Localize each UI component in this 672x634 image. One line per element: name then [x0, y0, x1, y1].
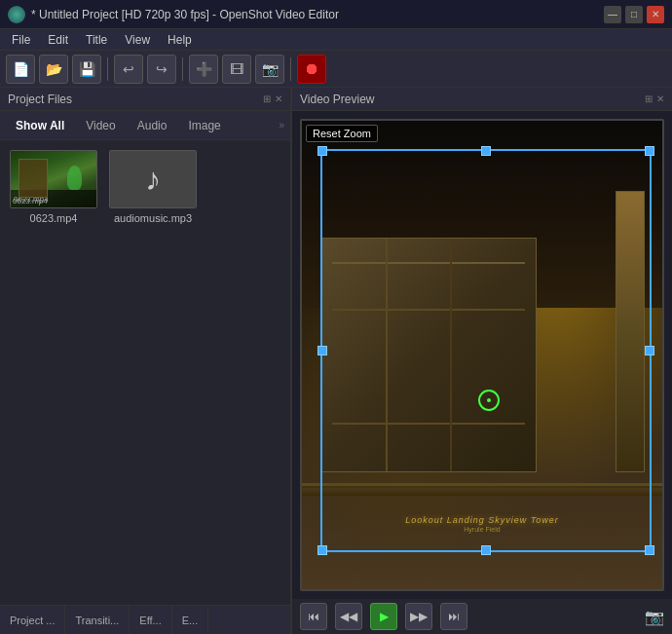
- title-text: * Untitled Project [HD 720p 30 fps] - Op…: [31, 8, 604, 21]
- scene-text-overlay: Lookout Landing Skyview Tower Hyrule Fie…: [302, 515, 662, 533]
- preview-title: Video Preview: [300, 93, 375, 106]
- title-bar: * Untitled Project [HD 720p 30 fps] - Op…: [0, 0, 672, 29]
- project-files-header: Project Files ⊞ ✕: [0, 88, 290, 111]
- project-files-icons: ⊞ ✕: [263, 93, 282, 104]
- toolbar-separator-1: [107, 57, 108, 81]
- transport-controls: ⏮ ◀◀ ▶ ▶▶ ⏭ 📷: [292, 599, 672, 634]
- minimize-button[interactable]: —: [604, 6, 621, 23]
- handle-mr: [645, 346, 654, 355]
- scene-tracks: [302, 488, 662, 496]
- handle-bl: [317, 545, 327, 555]
- filter-tab-video[interactable]: Video: [76, 116, 125, 135]
- rewind-button[interactable]: ◀◀: [335, 603, 362, 630]
- maximize-button[interactable]: □: [625, 6, 643, 23]
- video-thumb-inner: 0623.mp4: [11, 151, 96, 207]
- file-item-audio[interactable]: ♪ audiomusic.mp3: [109, 150, 197, 224]
- menu-help[interactable]: Help: [160, 31, 200, 49]
- audio-thumbnail: ♪: [109, 150, 197, 208]
- menu-edit[interactable]: Edit: [40, 31, 76, 49]
- save-button[interactable]: 💾: [72, 55, 101, 84]
- file-item-video[interactable]: 0623.mp4 0623.mp4: [10, 150, 97, 224]
- reset-zoom-button[interactable]: Reset Zoom: [306, 125, 378, 142]
- toolbar-separator-2: [182, 57, 183, 81]
- files-grid: 0623.mp4 0623.mp4 ♪: [0, 140, 290, 605]
- menu-view[interactable]: View: [117, 31, 158, 49]
- tab-emitter[interactable]: E...: [172, 606, 209, 634]
- filter-tab-showall[interactable]: Show All: [6, 116, 74, 135]
- go-end-button[interactable]: ⏭: [440, 603, 467, 630]
- menu-bar: File Edit Title View Help: [0, 29, 672, 51]
- scene-sublocation-text: Hyrule Field: [302, 526, 662, 533]
- audio-note-icon: ♪: [145, 162, 161, 198]
- video-canvas: Reset Zoom: [300, 119, 664, 591]
- tab-effects[interactable]: Eff...: [130, 606, 171, 634]
- preview-close-icon[interactable]: ✕: [656, 93, 664, 104]
- record-button[interactable]: ⏺: [297, 55, 326, 84]
- filter-tab-image[interactable]: Image: [178, 116, 230, 135]
- main-content: Project Files ⊞ ✕ Show All Video Audio I…: [0, 88, 672, 634]
- window-controls: — □ ✕: [604, 6, 664, 23]
- scene-background: Lookout Landing Skyview Tower Hyrule Fie…: [302, 121, 662, 589]
- menu-title[interactable]: Title: [78, 31, 115, 49]
- scene-character: [489, 445, 506, 472]
- scene-tower: [616, 191, 645, 472]
- app-icon: [8, 6, 25, 23]
- go-start-button[interactable]: ⏮: [300, 603, 327, 630]
- scene-rail-top: [302, 483, 662, 486]
- filter-tabs: Show All Video Audio Image »: [0, 111, 290, 140]
- filter-tab-audio[interactable]: Audio: [128, 116, 177, 135]
- close-button[interactable]: ✕: [647, 6, 664, 23]
- audio-thumb: ♪: [110, 151, 196, 207]
- film-button[interactable]: 🎞: [222, 55, 251, 84]
- screenshot-button[interactable]: 📷: [645, 608, 664, 626]
- handle-bm: [481, 545, 491, 555]
- preview-header: Video Preview ⊞ ✕: [292, 88, 672, 111]
- add-clip-button[interactable]: ➕: [189, 55, 218, 84]
- video-filename: 0623.mp4: [30, 212, 78, 224]
- project-files-title: Project Files: [8, 93, 72, 106]
- undo-button[interactable]: ↩: [114, 55, 143, 84]
- redo-button[interactable]: ↪: [147, 55, 176, 84]
- toolbar: 📄 📂 💾 ↩ ↪ ➕ 🎞 📷 ⏺: [0, 51, 672, 88]
- scene-structure: [320, 238, 537, 472]
- project-files-close-icon[interactable]: ✕: [275, 93, 282, 104]
- export-button[interactable]: 📷: [255, 55, 284, 84]
- preview-icons: ⊞ ✕: [645, 93, 664, 104]
- menu-file[interactable]: File: [4, 31, 38, 49]
- new-button[interactable]: 📄: [6, 55, 35, 84]
- project-files-panel: Project Files ⊞ ✕ Show All Video Audio I…: [0, 88, 290, 605]
- video-preview-area: Reset Zoom: [292, 111, 672, 599]
- handle-br: [645, 545, 654, 555]
- audio-filename: audiomusic.mp3: [114, 212, 192, 224]
- scene-location-text: Lookout Landing Skyview Tower: [302, 515, 662, 525]
- preview-grid-icon[interactable]: ⊞: [645, 93, 653, 104]
- record-icon: ⏺: [304, 60, 319, 78]
- toolbar-separator-3: [290, 57, 291, 81]
- right-panel: Video Preview ⊞ ✕ Reset Zoom: [292, 88, 672, 634]
- video-thumbnail: 0623.mp4: [10, 150, 97, 208]
- fast-forward-button[interactable]: ▶▶: [405, 603, 432, 630]
- tab-transitions[interactable]: Transiti...: [65, 606, 130, 634]
- project-files-grid-icon[interactable]: ⊞: [263, 93, 271, 104]
- open-button[interactable]: 📂: [39, 55, 68, 84]
- filter-expand-icon[interactable]: »: [279, 120, 284, 131]
- bottom-tabs: Project ... Transiti... Eff... E...: [0, 605, 290, 634]
- tab-project[interactable]: Project ...: [0, 606, 65, 634]
- left-panel: Project Files ⊞ ✕ Show All Video Audio I…: [0, 88, 292, 634]
- play-button[interactable]: ▶: [370, 603, 397, 630]
